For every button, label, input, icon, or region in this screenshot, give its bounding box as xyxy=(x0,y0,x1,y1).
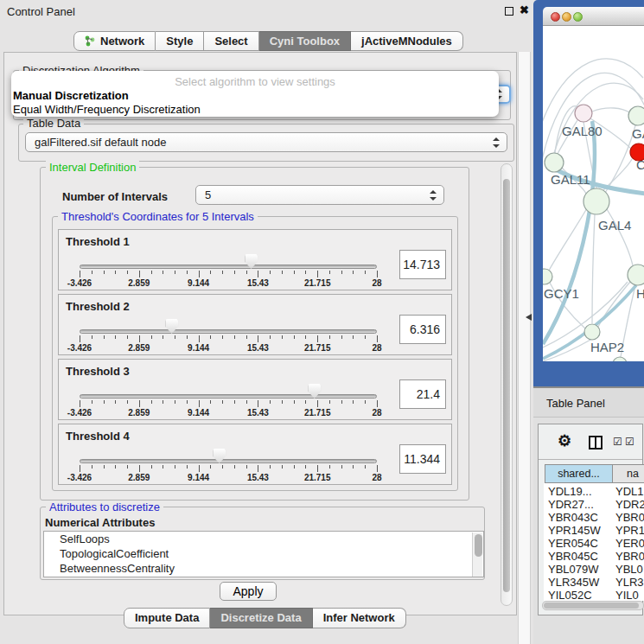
attributes-scrollbar[interactable] xyxy=(472,532,482,577)
table-cell[interactable]: YIL0 xyxy=(611,589,639,601)
close-icon[interactable]: ✖ xyxy=(520,3,529,16)
node-gal11[interactable] xyxy=(545,153,564,172)
table-horizontal-scrollbar[interactable] xyxy=(542,601,644,610)
tab-network[interactable]: Network xyxy=(73,31,156,51)
table-toolbar: ⚙ ☑ ☑ xyxy=(539,424,642,460)
threshold-1-label: Threshold 1 xyxy=(66,235,130,248)
threshold-2-slider-track[interactable] xyxy=(80,329,377,334)
threshold-4-value-field[interactable]: 11.344 xyxy=(399,444,446,474)
node-label-gal11: GAL11 xyxy=(551,172,590,187)
node-label-gcy1: GCY1 xyxy=(544,286,579,301)
zoom-traffic-light-icon[interactable] xyxy=(573,12,583,22)
network-icon xyxy=(85,34,96,52)
attributes-scrollbar-thumb[interactable] xyxy=(475,534,482,557)
table-scrollbar-thumb[interactable] xyxy=(544,603,639,609)
close-traffic-light-icon[interactable] xyxy=(551,12,560,22)
table-row[interactable]: YIL052CYIL0 xyxy=(544,587,644,600)
cyni-toolbox-panel: Discretization Algorithm Table Data galF… xyxy=(3,52,517,615)
minimize-traffic-light-icon[interactable] xyxy=(562,12,571,22)
table-row[interactable]: YER054CYER0 xyxy=(544,535,644,548)
node-label-gal80: GAL80 xyxy=(562,124,603,138)
table-row[interactable]: YDL19...YDL1 xyxy=(544,483,644,496)
table-panel-body: ⚙ ☑ ☑ shared... na YDL19...YDL1YDR27...Y… xyxy=(533,418,644,644)
table-panel-title: Table Panel xyxy=(546,397,605,410)
threshold-2-label: Threshold 2 xyxy=(66,300,130,313)
node-clipped-top-right[interactable] xyxy=(628,106,644,125)
network-view-window[interactable]: GAL80 GA C GAL11 GAL4 GCY1 H HAP2 xyxy=(533,0,644,386)
node-gcy1[interactable] xyxy=(543,269,552,284)
threshold-4-label: Threshold 4 xyxy=(66,430,130,443)
number-of-intervals-label: Number of Intervals xyxy=(62,190,168,203)
interval-definition-group: Interval Definition Number of Intervals … xyxy=(40,167,469,501)
panel-divider[interactable] xyxy=(518,52,531,644)
node-clipped-bottom[interactable] xyxy=(613,357,627,361)
slider-tick-labels: -3.4262.8599.14415.4321.71528 xyxy=(80,343,377,354)
tab-discretize-data[interactable]: Discretize Data xyxy=(210,608,312,628)
node-label-clipped-mid-right: C xyxy=(636,157,644,172)
table-row[interactable]: YBR043CYBR0 xyxy=(544,509,644,522)
node-label-clipped-top-right: GA xyxy=(632,126,644,141)
interval-definition-group-title: Interval Definition xyxy=(46,161,139,174)
node-label-gal4: GAL4 xyxy=(598,218,631,233)
settings-scrollbar-thumb[interactable] xyxy=(503,179,510,592)
checkbox-icon[interactable]: ☑ xyxy=(625,436,634,448)
tab-jactivemnodules[interactable]: jActiveMNodules xyxy=(351,31,463,51)
table-row[interactable]: YBR045CYBR0 xyxy=(544,548,644,561)
attributes-group: Attributes to discretize Numerical Attri… xyxy=(40,507,485,580)
apply-button[interactable]: Apply xyxy=(220,582,277,601)
settings-scrollbar[interactable] xyxy=(501,163,513,606)
table-row[interactable]: YLR345WYLR3 xyxy=(544,574,644,587)
network-window-titlebar[interactable] xyxy=(543,7,644,26)
column-header-name[interactable]: na xyxy=(613,464,644,483)
threshold-1-slider-track[interactable] xyxy=(80,265,377,269)
threshold-3-value-field[interactable]: 21.4 xyxy=(399,379,446,409)
node-gal4[interactable] xyxy=(583,188,609,214)
slider-ticks xyxy=(80,271,377,278)
table-panel-titlebar: Table Panel xyxy=(533,388,644,418)
threshold-4-row: Threshold 4 -3.4262.8599.14415.4321.7152… xyxy=(58,424,452,485)
network-canvas[interactable]: GAL80 GA C GAL11 GAL4 GCY1 H HAP2 xyxy=(543,26,644,361)
threshold-3-slider-track[interactable] xyxy=(80,394,377,399)
number-of-intervals-combobox[interactable]: 5 xyxy=(195,185,444,205)
list-item[interactable]: TopologicalCoefficient xyxy=(44,546,483,561)
node-h[interactable] xyxy=(628,265,644,285)
tab-impute-data[interactable]: Impute Data xyxy=(124,608,210,628)
list-item[interactable]: BetweennessCentrality xyxy=(44,561,483,576)
mouse-cursor xyxy=(526,314,532,321)
table-cell[interactable]: YIL052C xyxy=(544,589,611,601)
numerical-attributes-heading: Numerical Attributes xyxy=(45,516,155,529)
gear-icon[interactable]: ⚙ xyxy=(558,431,571,450)
attributes-group-title: Attributes to discretize xyxy=(46,501,163,513)
tab-infer-network[interactable]: Infer Network xyxy=(313,608,406,628)
table-data-combobox[interactable]: galFiltered.sif default node xyxy=(25,132,507,152)
float-window-icon[interactable] xyxy=(505,7,513,16)
tab-style[interactable]: Style xyxy=(156,31,204,51)
slider-ticks xyxy=(80,335,377,343)
node-gal80[interactable] xyxy=(575,105,592,122)
threshold-2-row: Threshold 2 -3.4262.8599.14415.4321.7152… xyxy=(58,294,452,355)
algorithm-option-equal-width[interactable]: Equal Width/Frequency Discretization xyxy=(13,103,201,116)
checkbox-icon[interactable]: ☑ xyxy=(613,436,622,448)
slider-tick-labels: -3.4262.8599.14415.4321.71528 xyxy=(80,408,377,418)
table-row[interactable]: YBL079WYBL0 xyxy=(544,561,644,574)
list-item[interactable]: SelfLoops xyxy=(44,532,483,546)
numerical-attributes-list[interactable]: SelfLoops TopologicalCoefficient Between… xyxy=(43,531,484,577)
table-row[interactable]: YPR145WYPR1 xyxy=(544,522,644,535)
node-label-clipped-right: H xyxy=(636,286,644,301)
algorithm-popup-hint: Select algorithm to view settings xyxy=(11,75,499,88)
tab-label: Network xyxy=(100,35,144,48)
split-column-icon[interactable] xyxy=(589,436,603,450)
threshold-2-value-field[interactable]: 6.316 xyxy=(399,315,446,344)
threshold-1-value-field[interactable]: 14.713 xyxy=(399,250,446,279)
node-hap2[interactable] xyxy=(584,324,600,340)
control-panel-titlebar: Control Panel ✖ xyxy=(0,0,536,22)
control-panel-tabs: Network Style Select Cyni Toolbox jActiv… xyxy=(73,31,463,51)
threshold-4-slider-track[interactable] xyxy=(80,459,377,463)
column-header-shared-name[interactable]: shared... xyxy=(545,464,613,483)
table-row[interactable]: YDR27...YDR2 xyxy=(544,496,644,509)
threshold-3-label: Threshold 3 xyxy=(66,365,130,378)
tab-select[interactable]: Select xyxy=(204,31,258,51)
algorithm-option-manual[interactable]: Manual Discretization xyxy=(13,89,129,102)
slider-tick-labels: -3.4262.8599.14415.4321.71528 xyxy=(80,473,377,483)
tab-cyni-toolbox[interactable]: Cyni Toolbox xyxy=(259,31,351,51)
